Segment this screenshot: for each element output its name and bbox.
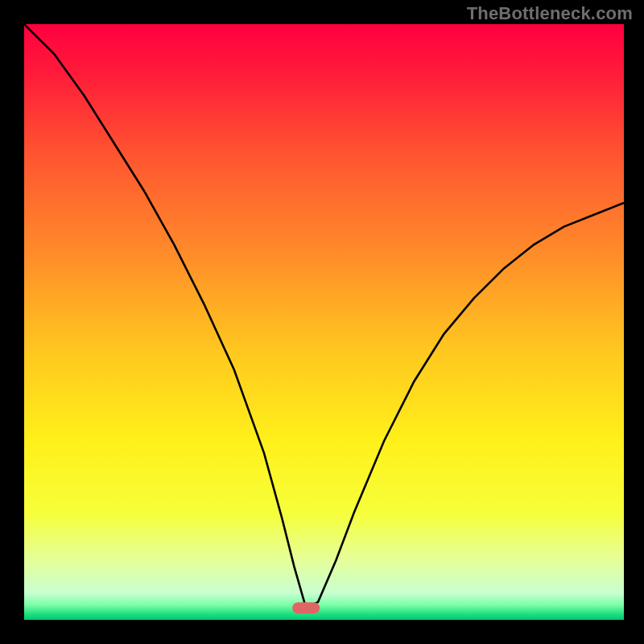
chart-frame: { "watermark": "TheBottleneck.com", "cha… <box>0 0 644 644</box>
optimum-marker <box>292 602 320 613</box>
bottleneck-chart <box>0 0 644 644</box>
plot-background <box>24 24 624 620</box>
watermark-text: TheBottleneck.com <box>467 3 633 24</box>
